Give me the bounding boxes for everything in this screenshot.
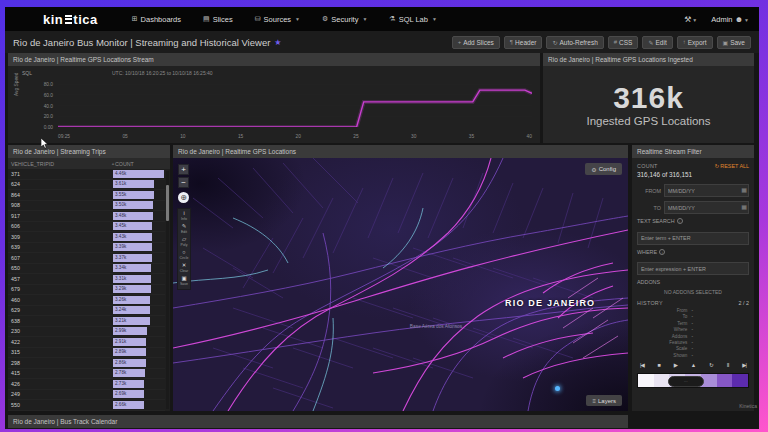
column-header-tripid[interactable]: VEHICLE_TRIPID	[11, 161, 109, 167]
table-row[interactable]: 2492.69k	[8, 390, 165, 401]
table-row[interactable]: 3714.46k	[8, 169, 165, 180]
nav-item-security[interactable]: ⚙Security▼	[322, 15, 367, 24]
wrench-menu[interactable]: ⚒▼	[684, 15, 697, 24]
panel-header[interactable]: Realtime Stream Filter	[632, 145, 754, 158]
map-tool-save[interactable]: ▣Save	[178, 275, 190, 288]
x-tick-label: 40	[527, 134, 532, 139]
trip-id-cell: 908	[11, 202, 113, 208]
table-row[interactable]: 4603.26k	[8, 295, 165, 306]
map-config-button[interactable]: ⚙Config	[585, 163, 622, 175]
table-row[interactable]: 6073.37k	[8, 253, 165, 264]
dashboards-icon: ⊞	[132, 15, 138, 23]
auto-refresh-button[interactable]: ↻Auto-Refresh	[546, 36, 603, 49]
chart-plot-area[interactable]	[58, 80, 532, 127]
table-row[interactable]: 9083.50k	[8, 201, 165, 212]
count-cell: 2.73k	[113, 380, 165, 388]
calendar-icon[interactable]: ▦	[741, 186, 747, 193]
logo-bars-icon	[65, 15, 72, 24]
table-row[interactable]: 3093.43k	[8, 232, 165, 243]
table-header-row: VEHICLE_TRIPID▲ COUNT	[8, 158, 170, 169]
nav-item-sources[interactable]: ⛁Sources▼	[255, 15, 300, 24]
panel-header[interactable]: Rio de Janeiro | Streaming Trips	[8, 145, 170, 158]
table-row[interactable]: 8643.55k	[8, 190, 165, 201]
trip-id-cell: 422	[11, 339, 113, 345]
table-row[interactable]: 2982.86k	[8, 358, 165, 369]
table-row[interactable]: 6293.24k	[8, 306, 165, 317]
kinetica-logo[interactable]: kin tica	[43, 12, 98, 27]
panel-header[interactable]: Rio de Janeiro | Realtime GPS Locations	[173, 145, 628, 158]
map-tool-info[interactable]: iInfo	[178, 210, 190, 223]
table-row[interactable]: 9173.48k	[8, 211, 165, 222]
trip-id-cell: 460	[11, 297, 113, 303]
skip-start-icon[interactable]: |◀	[640, 362, 644, 368]
to-date-input[interactable]	[664, 201, 749, 214]
edit-icon: ✎	[178, 223, 190, 230]
dashboard-screen: kin tica ⊞Dashboards▤Slices⛁Sources▼⚙Sec…	[5, 7, 759, 429]
skip-end-icon[interactable]: ▶|	[742, 362, 746, 368]
dashboard-actions: +Add Slices¶Header↻Auto-Refresh#CSS✎Edit…	[452, 36, 751, 49]
map-layers-button[interactable]: ≡Layers	[586, 395, 622, 406]
pause-icon[interactable]: Ⅱ	[727, 362, 729, 368]
security-icon: ⚙	[322, 15, 328, 23]
count-cell: 3.55k	[113, 191, 165, 199]
edit-button[interactable]: ✎Edit	[642, 36, 672, 49]
table-row[interactable]: 6383.21k	[8, 316, 165, 327]
nav-item-sql-lab[interactable]: ⚗SQL Lab▼	[389, 15, 437, 24]
table-scrollbar[interactable]	[166, 171, 169, 409]
text-search-input[interactable]	[637, 232, 749, 245]
table-row[interactable]: 4573.31k	[8, 274, 165, 285]
calendar-icon[interactable]: ▦	[741, 203, 747, 210]
map-tool-clear[interactable]: ✕Clear	[178, 262, 190, 275]
trip-id-cell: 650	[11, 265, 113, 271]
nav-item-dashboards[interactable]: ⊞Dashboards	[132, 15, 181, 24]
eject-icon[interactable]: ▲	[691, 362, 695, 368]
table-row[interactable]: 5502.66k	[8, 400, 165, 411]
header-button[interactable]: ¶Header	[504, 36, 543, 49]
nav-item-slices[interactable]: ▤Slices	[203, 15, 233, 24]
map-canvas[interactable]: + − ⊕ iInfo✎Edit▱Poly○Circle✕Clear▣Save …	[173, 158, 628, 411]
table-row[interactable]: 4262.73k	[8, 379, 165, 390]
css-button[interactable]: #CSS	[608, 36, 639, 49]
panel-header[interactable]: Rio de Janeiro | Realtime GPS Locations …	[543, 53, 754, 66]
table-row[interactable]: 4222.91k	[8, 337, 165, 348]
table-row[interactable]: 6503.34k	[8, 264, 165, 275]
admin-menu[interactable]: Admin ☻▼	[711, 15, 749, 24]
where-expression-input[interactable]	[637, 262, 749, 275]
play-icon[interactable]: ▶	[674, 362, 677, 368]
export-button[interactable]: ↑Export	[677, 36, 713, 49]
sql-badge[interactable]: SQL	[22, 70, 32, 76]
add-slices-button[interactable]: +Add Slices	[452, 36, 500, 49]
map-tool-circle[interactable]: ○Circle	[178, 249, 190, 262]
map-zoom-in-button[interactable]: +	[178, 164, 189, 175]
reset-all-button[interactable]: ↻RESET ALL	[715, 163, 749, 169]
globe-icon[interactable]: ⊕	[178, 192, 189, 203]
where-label: WHERE	[637, 249, 657, 255]
scrollbar-thumb[interactable]	[166, 185, 169, 221]
table-row[interactable]: 3152.89k	[8, 348, 165, 359]
map-zoom-out-button[interactable]: −	[178, 177, 189, 188]
colorbar-handle[interactable]: ⋯	[668, 376, 704, 387]
column-header-count[interactable]: COUNT	[115, 161, 167, 167]
table-row[interactable]: 6793.29k	[8, 285, 165, 296]
from-date-input[interactable]	[664, 184, 749, 197]
panel-header[interactable]: Rio de Janeiro | Bus Track Calendar	[8, 415, 628, 428]
favorite-star-icon[interactable]: ★	[274, 38, 281, 47]
trip-id-cell: 606	[11, 223, 113, 229]
city-map-label: RIO DE JANEIRO	[505, 298, 595, 308]
stop-icon[interactable]: ■	[658, 362, 660, 368]
map-tool-edit[interactable]: ✎Edit	[178, 223, 190, 236]
repeat-icon[interactable]: ↻	[709, 362, 713, 368]
table-row[interactable]: 6063.45k	[8, 222, 165, 233]
table-row[interactable]: 6243.61k	[8, 180, 165, 191]
panel-header[interactable]: Rio de Janeiro | Realtime GPS Locations …	[8, 53, 540, 66]
table-row[interactable]: 4152.78k	[8, 369, 165, 380]
gear-icon: ⚙	[591, 166, 596, 173]
count-bar: 3.55k	[113, 191, 154, 199]
table-row[interactable]: 2302.99k	[8, 327, 165, 338]
info-icon: i	[677, 218, 683, 224]
map-tool-poly[interactable]: ▱Poly	[178, 236, 190, 249]
table-row[interactable]: 6393.39k	[8, 243, 165, 254]
count-bar: 3.37k	[113, 254, 152, 262]
save-button[interactable]: ▣Save	[717, 36, 752, 49]
dashboard-titlebar: Rio de Janeiro Bus Monitor | Streaming a…	[5, 31, 759, 53]
